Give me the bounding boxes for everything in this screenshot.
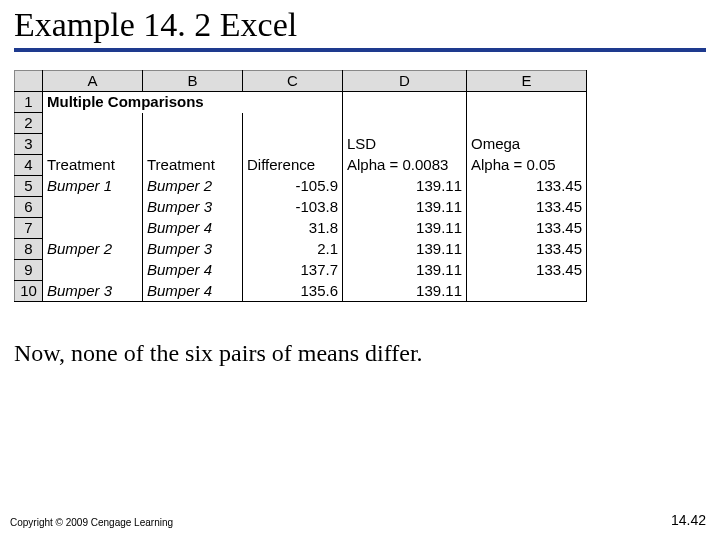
cell-C4: Difference [243, 155, 343, 176]
cell-A8: Bumper 2 [43, 239, 143, 260]
copyright-text: Copyright © 2009 Cengage Learning [10, 517, 173, 528]
row-10: 10 Bumper 3 Bumper 4 135.6 139.11 [15, 281, 587, 302]
cell-B8: Bumper 3 [143, 239, 243, 260]
cell-D7: 139.11 [343, 218, 467, 239]
row-1: 1 Multiple Comparisons [15, 92, 587, 113]
slide: Example 14. 2 Excel A B C D E 1 Multiple… [0, 0, 720, 540]
row-7: 7 Bumper 4 31.8 139.11 133.45 [15, 218, 587, 239]
col-C: C [243, 71, 343, 92]
caption-text: Now, none of the six pairs of means diff… [14, 340, 423, 367]
cell-D3: LSD [343, 134, 467, 155]
cell-E7: 133.45 [467, 218, 587, 239]
row-label: 7 [15, 218, 43, 239]
row-4: 4 Treatment Treatment Difference Alpha =… [15, 155, 587, 176]
cell-C6: -103.8 [243, 197, 343, 218]
row-label: 9 [15, 260, 43, 281]
cell-D8: 139.11 [343, 239, 467, 260]
cell-C5: -105.9 [243, 176, 343, 197]
cell [43, 218, 143, 239]
cell-A1: Multiple Comparisons [43, 92, 243, 113]
row-label: 8 [15, 239, 43, 260]
row-label: 5 [15, 176, 43, 197]
cell-B4: Treatment [143, 155, 243, 176]
cell-C1 [243, 92, 343, 113]
cell-A5: Bumper 1 [43, 176, 143, 197]
row-9: 9 Bumper 4 137.7 139.11 133.45 [15, 260, 587, 281]
cell-B5: Bumper 2 [143, 176, 243, 197]
col-D: D [343, 71, 467, 92]
cell-E8: 133.45 [467, 239, 587, 260]
cell-E3: Omega [467, 134, 587, 155]
cell-D1 [343, 92, 467, 113]
cell-E9: 133.45 [467, 260, 587, 281]
cell [43, 134, 143, 155]
cell-C8: 2.1 [243, 239, 343, 260]
row-label: 6 [15, 197, 43, 218]
cell-B7: Bumper 4 [143, 218, 243, 239]
cell-B6: Bumper 3 [143, 197, 243, 218]
row-label: 2 [15, 113, 43, 134]
cell-E5: 133.45 [467, 176, 587, 197]
cell-E10 [467, 281, 587, 302]
col-E: E [467, 71, 587, 92]
cell [43, 197, 143, 218]
cell-D4: Alpha = 0.0083 [343, 155, 467, 176]
cell-B9: Bumper 4 [143, 260, 243, 281]
cell [343, 113, 467, 134]
page-number: 14.42 [671, 512, 706, 528]
row-label: 3 [15, 134, 43, 155]
cell-D9: 139.11 [343, 260, 467, 281]
cell-C10: 135.6 [243, 281, 343, 302]
cell [143, 113, 243, 134]
cell-D5: 139.11 [343, 176, 467, 197]
cell-B10: Bumper 4 [143, 281, 243, 302]
cell [243, 134, 343, 155]
col-header-row: A B C D E [15, 71, 587, 92]
row-label: 1 [15, 92, 43, 113]
row-5: 5 Bumper 1 Bumper 2 -105.9 139.11 133.45 [15, 176, 587, 197]
cell-D6: 139.11 [343, 197, 467, 218]
row-2: 2 [15, 113, 587, 134]
cell-C9: 137.7 [243, 260, 343, 281]
slide-title: Example 14. 2 Excel [0, 0, 720, 48]
row-3: 3 LSD Omega [15, 134, 587, 155]
cell-D10: 139.11 [343, 281, 467, 302]
row-8: 8 Bumper 2 Bumper 3 2.1 139.11 133.45 [15, 239, 587, 260]
cell [43, 113, 143, 134]
cell [43, 260, 143, 281]
cell [243, 113, 343, 134]
cell-E4: Alpha = 0.05 [467, 155, 587, 176]
cell-C7: 31.8 [243, 218, 343, 239]
col-A: A [43, 71, 143, 92]
row-label: 10 [15, 281, 43, 302]
title-underline [14, 48, 706, 52]
cell-E1 [467, 92, 587, 113]
col-B: B [143, 71, 243, 92]
cell-A10: Bumper 3 [43, 281, 143, 302]
spreadsheet: A B C D E 1 Multiple Comparisons 2 3 LSD [14, 70, 587, 302]
excel-table: A B C D E 1 Multiple Comparisons 2 3 LSD [14, 70, 586, 302]
row-6: 6 Bumper 3 -103.8 139.11 133.45 [15, 197, 587, 218]
corner-cell [15, 71, 43, 92]
cell-A4: Treatment [43, 155, 143, 176]
cell [143, 134, 243, 155]
cell [467, 113, 587, 134]
row-label: 4 [15, 155, 43, 176]
cell-E6: 133.45 [467, 197, 587, 218]
